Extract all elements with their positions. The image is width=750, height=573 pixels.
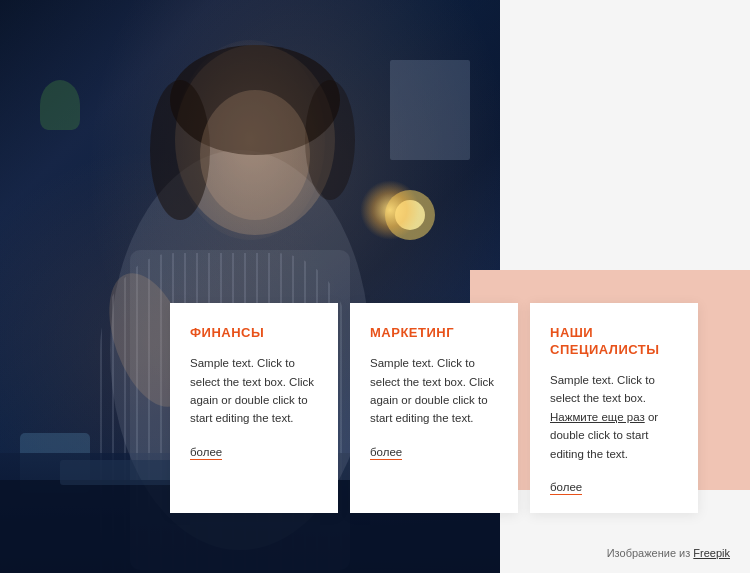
svg-point-8 [395, 200, 425, 230]
svg-point-4 [305, 80, 355, 200]
card-finances[interactable]: ФИНАНСЫ Sample text. Click to select the… [170, 303, 338, 513]
card-specialists-title: НАШИ СПЕЦИАЛИСТЫ [550, 325, 678, 359]
attribution: Изображение из Freepik [607, 547, 730, 559]
card-marketing-more[interactable]: более [370, 446, 402, 460]
card-marketing-text: Sample text. Click to select the text bo… [370, 354, 498, 428]
attribution-prefix: Изображение из [607, 547, 691, 559]
card-specialists-text-before: Sample text. Click to select the text bo… [550, 374, 655, 404]
card-specialists[interactable]: НАШИ СПЕЦИАЛИСТЫ Sample text. Click to s… [530, 303, 698, 513]
card-specialists-text: Sample text. Click to select the text bo… [550, 371, 678, 463]
card-finances-text: Sample text. Click to select the text bo… [190, 354, 318, 428]
svg-point-5 [200, 90, 310, 220]
card-specialists-more[interactable]: более [550, 481, 582, 495]
cards-container: ФИНАНСЫ Sample text. Click to select the… [170, 303, 698, 513]
card-marketing[interactable]: МАРКЕТИНГ Sample text. Click to select t… [350, 303, 518, 513]
card-finances-title: ФИНАНСЫ [190, 325, 318, 342]
card-specialists-link[interactable]: Нажмите еще раз [550, 411, 645, 423]
card-finances-more[interactable]: более [190, 446, 222, 460]
attribution-link[interactable]: Freepik [693, 547, 730, 559]
page-container: ФИНАНСЫ Sample text. Click to select the… [0, 0, 750, 573]
card-marketing-title: МАРКЕТИНГ [370, 325, 498, 342]
svg-point-7 [385, 190, 435, 240]
